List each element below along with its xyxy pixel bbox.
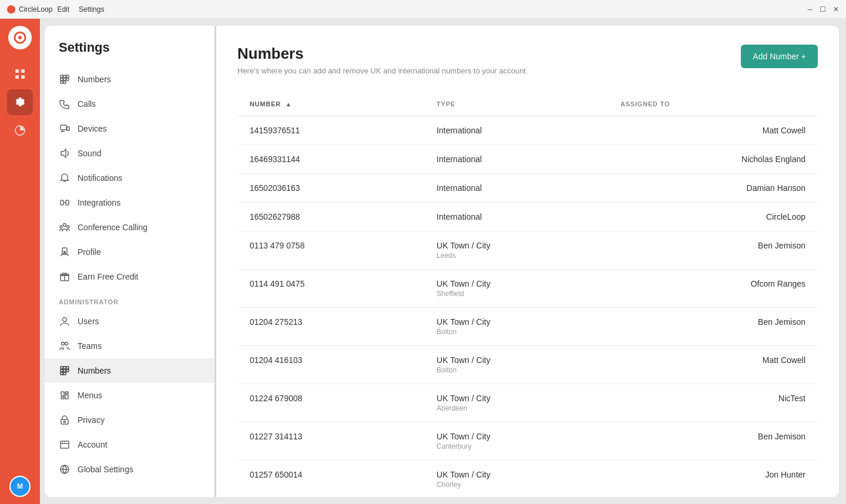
cell-assigned-to: Damian Hanson <box>609 174 818 203</box>
maximize-button[interactable]: ☐ <box>820 5 826 14</box>
cell-number: 0114 491 0475 <box>238 270 425 308</box>
svg-rect-13 <box>61 81 63 83</box>
table-row[interactable]: 01227 314113UK Town / CityCanterburyBen … <box>238 422 818 461</box>
app-body: M Settings <box>0 19 846 504</box>
menu-bar: Edit Settings <box>57 5 104 14</box>
nav-label: Account <box>78 440 108 449</box>
sound-icon <box>59 147 70 159</box>
profile-icon <box>59 246 70 258</box>
devices-icon <box>59 123 70 135</box>
app-title: CircleLoop <box>7 5 52 14</box>
nav-item-admin-numbers[interactable]: Numbers <box>45 358 215 383</box>
content-panel: Numbers Here's where you can add and rem… <box>216 26 839 497</box>
nav-item-sound[interactable]: Sound <box>45 141 215 166</box>
account-icon <box>59 439 70 451</box>
nav-item-teams[interactable]: Teams <box>45 334 215 358</box>
svg-rect-32 <box>66 367 69 369</box>
table-row[interactable]: 16469331144InternationalNicholas England <box>238 145 818 174</box>
svg-point-29 <box>65 342 68 345</box>
nav-item-profile[interactable]: Profile <box>45 240 215 264</box>
nav-label: Conference Calling <box>78 223 147 232</box>
settings-panel-title: Settings <box>45 40 215 67</box>
cell-type: UK Town / CityLeeds <box>425 231 609 270</box>
cell-assigned-to: Ofcom Ranges <box>609 270 818 308</box>
nav-item-calls[interactable]: Calls <box>45 92 215 116</box>
svg-rect-5 <box>21 75 25 79</box>
main-area: Settings Numbers <box>40 19 846 504</box>
grid-nav-icon[interactable] <box>7 61 33 87</box>
numbers-icon <box>59 73 70 85</box>
page-header: Numbers Here's where you can add and rem… <box>237 45 818 75</box>
minimize-button[interactable]: ─ <box>807 5 813 14</box>
nav-item-earn-credit[interactable]: Earn Free Credit <box>45 264 215 289</box>
nav-item-conference[interactable]: Conference Calling <box>45 215 215 240</box>
nav-item-users[interactable]: Users <box>45 309 215 334</box>
svg-rect-16 <box>67 127 69 130</box>
menu-edit[interactable]: Edit <box>57 5 69 14</box>
table-row[interactable]: 01204 416103UK Town / CityBoltonMatt Cow… <box>238 346 818 384</box>
conference-icon <box>59 221 70 233</box>
user-avatar[interactable]: M <box>9 476 31 497</box>
table-row[interactable]: 16502627988InternationalCircleLoop <box>238 203 818 231</box>
privacy-icon <box>59 414 70 426</box>
rail-logo <box>8 26 32 49</box>
cell-type: International <box>425 116 609 145</box>
add-number-button[interactable]: Add Number + <box>741 45 818 68</box>
nav-item-account[interactable]: Account <box>45 432 215 457</box>
svg-point-20 <box>63 224 66 227</box>
svg-point-1 <box>18 36 22 39</box>
cell-assigned-to: NicTest <box>609 384 818 422</box>
cell-type: UK Town / CityChorley <box>425 461 609 498</box>
table-row[interactable]: 16502036163InternationalDamian Hanson <box>238 174 818 203</box>
settings-nav-icon[interactable] <box>7 89 33 115</box>
cell-assigned-to: Ben Jemison <box>609 231 818 270</box>
svg-point-22 <box>67 226 69 228</box>
svg-rect-2 <box>15 69 19 73</box>
nav-label: Profile <box>78 247 101 257</box>
svg-rect-36 <box>61 372 63 375</box>
nav-item-devices[interactable]: Devices <box>45 116 215 141</box>
analytics-nav-icon[interactable] <box>7 117 33 143</box>
cell-number: 01257 650014 <box>238 461 425 498</box>
cell-assigned-to: Matt Cowell <box>609 346 818 384</box>
avatar-initials: M <box>17 482 23 490</box>
table-row[interactable]: 01224 679008UK Town / CityAberdeenNicTes… <box>238 384 818 422</box>
nav-label: Numbers <box>78 366 111 375</box>
cell-type: International <box>425 174 609 203</box>
admin-numbers-icon <box>59 365 70 377</box>
settings-panel: Settings Numbers <box>45 26 215 497</box>
table-row[interactable]: 0113 479 0758UK Town / CityLeedsBen Jemi… <box>238 231 818 270</box>
nav-item-global-settings[interactable]: Global Settings <box>45 457 215 482</box>
svg-rect-31 <box>63 367 66 369</box>
cell-assigned-to: Ben Jemison <box>609 422 818 461</box>
nav-item-integrations[interactable]: Integrations <box>45 190 215 215</box>
nav-label: Integrations <box>78 198 120 207</box>
nav-item-menus[interactable]: Menus <box>45 383 215 408</box>
table-row[interactable]: 01204 275213UK Town / CityBoltonBen Jemi… <box>238 308 818 346</box>
cell-number: 0113 479 0758 <box>238 231 425 270</box>
cell-type: UK Town / CityCanterbury <box>425 422 609 461</box>
cell-type: International <box>425 203 609 231</box>
cell-assigned-to: CircleLoop <box>609 203 818 231</box>
svg-rect-9 <box>66 75 69 78</box>
menus-icon <box>59 389 70 401</box>
svg-rect-18 <box>61 200 63 205</box>
svg-rect-4 <box>15 75 19 79</box>
svg-rect-42 <box>61 419 68 424</box>
svg-rect-39 <box>61 397 64 399</box>
user-icon <box>59 315 70 327</box>
team-icon <box>59 340 70 352</box>
nav-item-numbers[interactable]: Numbers <box>45 67 215 92</box>
nav-item-privacy[interactable]: Privacy <box>45 408 215 432</box>
nav-label: Earn Free Credit <box>78 272 138 281</box>
close-button[interactable]: ✕ <box>833 5 839 14</box>
cell-type: UK Town / CitySheffield <box>425 270 609 308</box>
cell-type: International <box>425 145 609 174</box>
table-row[interactable]: 0114 491 0475UK Town / CitySheffieldOfco… <box>238 270 818 308</box>
table-row[interactable]: 14159376511InternationalMatt Cowell <box>238 116 818 145</box>
table-row[interactable]: 01257 650014UK Town / CityChorleyJon Hun… <box>238 461 818 498</box>
window-controls: ─ ☐ ✕ <box>807 5 839 14</box>
nav-item-notifications[interactable]: Notifications <box>45 166 215 190</box>
menu-settings[interactable]: Settings <box>79 5 104 14</box>
column-number[interactable]: NUMBER ▲ <box>238 92 425 116</box>
